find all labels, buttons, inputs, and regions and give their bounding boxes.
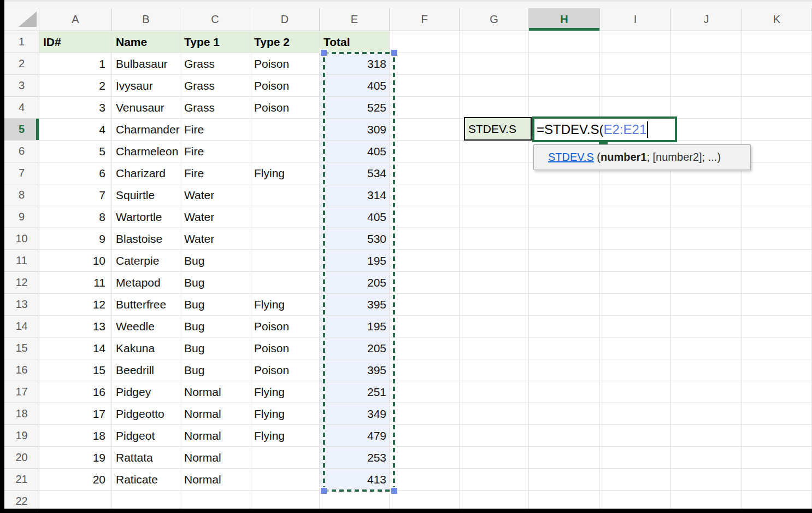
cell-C17[interactable]: Normal: [180, 381, 250, 403]
cell-A4[interactable]: 3: [39, 97, 112, 119]
cell-H14[interactable]: [529, 316, 600, 337]
row-header-7[interactable]: 7: [4, 162, 39, 184]
cell-E16[interactable]: 395: [320, 359, 390, 381]
row-header-4[interactable]: 4: [4, 97, 39, 119]
cell-B14[interactable]: Weedle: [112, 316, 180, 337]
cell-F20[interactable]: [390, 447, 460, 469]
cell-D6[interactable]: [250, 141, 320, 162]
cell-A17[interactable]: 16: [39, 381, 112, 403]
cell-D4[interactable]: Poison: [250, 97, 320, 119]
cell-E20[interactable]: 253: [320, 447, 390, 469]
cell-C19[interactable]: Normal: [180, 425, 250, 447]
cell-G17[interactable]: [460, 381, 529, 403]
cell-K16[interactable]: [742, 359, 812, 381]
cell-C15[interactable]: Bug: [180, 337, 250, 359]
cell-F10[interactable]: [390, 228, 460, 250]
row-header-10[interactable]: 10: [4, 228, 39, 250]
cell-G13[interactable]: [460, 294, 529, 316]
cell-G18[interactable]: [460, 403, 529, 425]
cell-K3[interactable]: [742, 75, 812, 97]
cell-C2[interactable]: Grass: [180, 53, 250, 75]
cell-I1[interactable]: [600, 31, 671, 53]
cell-G12[interactable]: [460, 272, 529, 294]
cell-C3[interactable]: Grass: [180, 75, 250, 97]
cell-C10[interactable]: Water: [180, 228, 250, 250]
cell-D15[interactable]: Poison: [250, 337, 320, 359]
cell-H9[interactable]: [529, 206, 600, 228]
cell-D8[interactable]: [250, 184, 320, 206]
cell-D2[interactable]: Poison: [250, 53, 320, 75]
cell-G7[interactable]: [460, 162, 529, 184]
cell-H12[interactable]: [529, 272, 600, 294]
cell-C9[interactable]: Water: [180, 206, 250, 228]
cell-F18[interactable]: [390, 403, 460, 425]
cell-K18[interactable]: [742, 403, 812, 425]
cell-D5[interactable]: [250, 119, 320, 141]
cell-A21[interactable]: 20: [39, 469, 112, 491]
row-header-16[interactable]: 16: [4, 359, 39, 381]
cell-K4[interactable]: [742, 97, 812, 119]
cell-A5[interactable]: 4: [39, 119, 112, 141]
cell-F16[interactable]: [390, 359, 460, 381]
cell-A16[interactable]: 15: [39, 359, 112, 381]
cell-E4[interactable]: 525: [320, 97, 390, 119]
cell-K10[interactable]: [742, 228, 812, 250]
cell-C14[interactable]: Bug: [180, 316, 250, 337]
cell-A10[interactable]: 9: [39, 228, 112, 250]
column-header-B[interactable]: B: [112, 8, 180, 31]
cell-D11[interactable]: [250, 250, 320, 272]
cell-F8[interactable]: [390, 184, 460, 206]
cell-K6[interactable]: [742, 141, 812, 162]
cell-I18[interactable]: [600, 403, 671, 425]
cell-F12[interactable]: [390, 272, 460, 294]
cell-A14[interactable]: 13: [39, 316, 112, 337]
cell-H4[interactable]: [529, 97, 600, 119]
cell-C20[interactable]: Normal: [180, 447, 250, 469]
cell-J12[interactable]: [671, 272, 742, 294]
cell-I20[interactable]: [600, 447, 671, 469]
row-header-5[interactable]: 5: [4, 119, 39, 141]
cell-E8[interactable]: 314: [320, 184, 390, 206]
selection-handle-top-left[interactable]: [321, 50, 327, 56]
cell-F5[interactable]: [390, 119, 460, 141]
column-header-A[interactable]: A: [39, 8, 112, 31]
cell-C1[interactable]: Type 1: [180, 31, 250, 53]
cell-K17[interactable]: [742, 381, 812, 403]
cell-E15[interactable]: 205: [320, 337, 390, 359]
cell-G4[interactable]: [460, 97, 529, 119]
column-header-C[interactable]: C: [180, 8, 250, 31]
cell-J19[interactable]: [671, 425, 742, 447]
cell-I4[interactable]: [600, 97, 671, 119]
cell-E1[interactable]: Total: [320, 31, 390, 53]
cell-F19[interactable]: [390, 425, 460, 447]
cell-A8[interactable]: 7: [39, 184, 112, 206]
cell-H17[interactable]: [529, 381, 600, 403]
cell-K15[interactable]: [742, 337, 812, 359]
cell-A11[interactable]: 10: [39, 250, 112, 272]
cell-B18[interactable]: Pidgeotto: [112, 403, 180, 425]
cell-F14[interactable]: [390, 316, 460, 337]
cell-E19[interactable]: 479: [320, 425, 390, 447]
cell-J21[interactable]: [671, 469, 742, 491]
cell-K19[interactable]: [742, 425, 812, 447]
cell-J16[interactable]: [671, 359, 742, 381]
cell-D13[interactable]: Flying: [250, 294, 320, 316]
cell-J9[interactable]: [671, 206, 742, 228]
cell-G9[interactable]: [460, 206, 529, 228]
cell-C5[interactable]: Fire: [180, 119, 250, 141]
cell-I16[interactable]: [600, 359, 671, 381]
cell-I21[interactable]: [600, 469, 671, 491]
cell-A9[interactable]: 8: [39, 206, 112, 228]
cell-H20[interactable]: [529, 447, 600, 469]
cell-F3[interactable]: [390, 75, 460, 97]
cell-G14[interactable]: [460, 316, 529, 337]
cell-F21[interactable]: [390, 469, 460, 491]
cell-F9[interactable]: [390, 206, 460, 228]
cell-G16[interactable]: [460, 359, 529, 381]
cell-E11[interactable]: 195: [320, 250, 390, 272]
row-header-21[interactable]: 21: [4, 469, 39, 491]
column-header-G[interactable]: G: [460, 8, 529, 31]
cell-J5[interactable]: [671, 119, 742, 141]
cell-B20[interactable]: Rattata: [112, 447, 180, 469]
cell-C11[interactable]: Bug: [180, 250, 250, 272]
